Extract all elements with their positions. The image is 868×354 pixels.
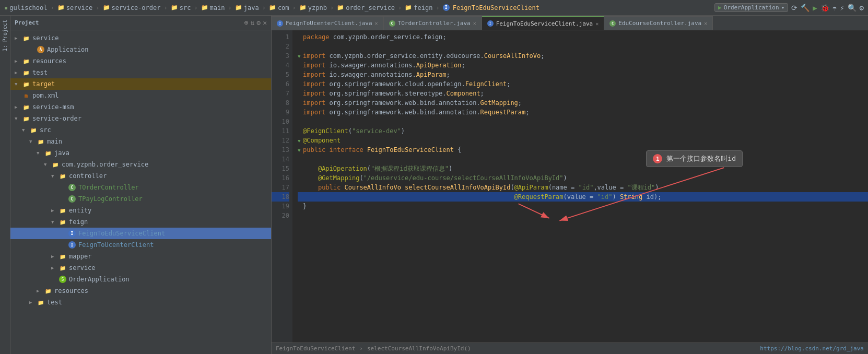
tree-item-target[interactable]: ▼ 📁 target	[10, 78, 271, 90]
code-line-3: ▼ import com.yzpnb.order_service.entity.…	[298, 51, 868, 61]
tree-item-java[interactable]: ▼ 📁 java	[10, 147, 271, 159]
breadcrumb-feign[interactable]: 📁 feign	[405, 4, 432, 11]
tree-item-orderapplication[interactable]: S OrderApplication	[10, 274, 271, 285]
arrow-main: ▼	[29, 139, 37, 144]
ln-10: 10	[272, 117, 289, 126]
main-layout: 1: Project Project ⊕ ⇅ ⚙ ✕ ▶ 📁 service	[0, 16, 868, 354]
tab-icon-1: I	[277, 20, 283, 27]
tree-item-service-pkg[interactable]: ▶ 📁 service	[10, 262, 271, 274]
tree-item-main[interactable]: ▼ 📁 main	[10, 136, 271, 147]
breadcrumb-main[interactable]: 📁 main	[201, 4, 225, 11]
tree-item-service[interactable]: ▶ 📁 service	[10, 32, 271, 44]
breadcrumb-com[interactable]: 📁 com	[269, 4, 289, 11]
code-editor[interactable]: package com.yzpnb.order_service.feign; ▼…	[292, 30, 868, 343]
build-icon[interactable]: 🔨	[801, 4, 810, 12]
breadcrumb-yzpnb[interactable]: 📁 yzpnb	[299, 4, 327, 11]
tab-close-4[interactable]: ✕	[704, 20, 707, 26]
arrow-service-order: ▼	[15, 116, 22, 121]
tree-item-feignucenter[interactable]: I FeignToUcenterClient	[10, 239, 271, 251]
profile-icon[interactable]: ⚡	[840, 4, 844, 12]
tree-item-service-msm[interactable]: ▶ 📁 service-msm	[10, 101, 271, 113]
folder-icon-4: 📁	[201, 4, 208, 11]
coverage-icon[interactable]: ☂	[832, 4, 837, 12]
tree-item-resources-top[interactable]: ▶ 📁 resources	[10, 55, 271, 67]
sidebar-header: Project ⊕ ⇅ ⚙ ✕	[10, 16, 271, 30]
code-line-13: ▼ public interface FeignToEduServiceClie…	[298, 145, 868, 155]
breadcrumb-project[interactable]: ▪ gulischool	[4, 4, 47, 11]
tree-item-mapper[interactable]: ▶ 📁 mapper	[10, 251, 271, 262]
status-bar: FeignToEduServiceClient › selectCourseAl…	[272, 343, 868, 354]
label-feign: feign	[69, 218, 88, 226]
run-config-arrow: ▾	[781, 4, 785, 11]
tab-close-3[interactable]: ✕	[595, 21, 599, 27]
icon-pom: m	[22, 91, 30, 100]
tab-label-4: EduCourseController.java	[618, 20, 701, 27]
folder-icon-5: 📁	[235, 4, 242, 11]
tree-item-entity[interactable]: ▶ 📁 entity	[10, 205, 271, 216]
tab-edu-course[interactable]: C EduCourseController.java ✕	[604, 16, 713, 30]
run-config[interactable]: ▶ OrderApplication ▾	[714, 3, 788, 12]
breadcrumb-src[interactable]: 📁 src	[171, 4, 191, 11]
project-sidebar: Project ⊕ ⇅ ⚙ ✕ ▶ 📁 service A Applicati	[10, 16, 272, 354]
folder-icon-service-pkg: 📁	[58, 264, 67, 272]
tree-item-src[interactable]: ▼ 📁 src	[10, 124, 271, 136]
search-icon[interactable]: 🔍	[848, 4, 857, 12]
label-resources-top: resources	[32, 57, 66, 65]
ln-1: 1	[272, 32, 289, 42]
debug-icon[interactable]: 🐞	[820, 4, 829, 12]
tab-label-2: TOrderController.java	[398, 20, 471, 27]
tree-item-feignedu[interactable]: I FeignToEduServiceClient	[10, 228, 271, 239]
collapse-icon[interactable]: ⇅	[251, 19, 255, 27]
sep4: ›	[194, 4, 197, 11]
tree-item-package[interactable]: ▼ 📁 com.yzpnb.order_service	[10, 159, 271, 170]
locate-icon[interactable]: ⊕	[244, 19, 249, 27]
project-panel-tab[interactable]: 1: Project	[0, 16, 10, 354]
ln-17: 17	[272, 183, 289, 192]
label-src: src	[40, 126, 51, 134]
refresh-icon[interactable]: ⟳	[791, 4, 797, 12]
status-method: selectCourseAllInfoVoApiById()	[367, 345, 471, 352]
bc-service-order: service-order	[112, 4, 161, 11]
arrow-feign: ▼	[51, 219, 58, 225]
tab-close-2[interactable]: ✕	[473, 20, 476, 26]
tree-item-resources-main[interactable]: ▶ 📁 resources	[10, 285, 271, 297]
code-line-16: @GetMapping("/eduservice/edu-course/sele…	[298, 173, 868, 183]
project-icon: ▪	[4, 4, 8, 11]
settings-icon[interactable]: ⚙	[860, 4, 864, 12]
breadcrumb-class[interactable]: I FeignToEduServiceClient	[443, 4, 539, 11]
bc-com: com	[278, 4, 289, 11]
run-icon[interactable]: ▶	[813, 4, 817, 12]
tree-item-controller[interactable]: ▼ 📁 controller	[10, 170, 271, 182]
breadcrumb-order-service[interactable]: 📁 order_service	[337, 4, 395, 11]
tree-item-application[interactable]: A Application	[10, 44, 271, 55]
close-icon[interactable]: ✕	[263, 19, 267, 27]
label-tordercontroller: TOrderController	[78, 184, 139, 191]
tree-item-feign[interactable]: ▼ 📁 feign	[10, 216, 271, 228]
tab-feign-edu[interactable]: I FeignToEduServiceClient.java ✕	[482, 16, 604, 30]
sep5: ›	[228, 4, 232, 11]
code-line-18: @RequestParam(value = "id") String id);	[298, 192, 868, 202]
breadcrumb-service-order[interactable]: 📁 service-order	[103, 4, 161, 11]
tab-close-1[interactable]: ✕	[375, 20, 378, 26]
tree-item-test-top[interactable]: ▶ 📁 test	[10, 67, 271, 78]
gear-icon[interactable]: ⚙	[256, 19, 261, 27]
code-line-5: import io.swagger.annotations.ApiParam;	[298, 70, 868, 79]
tree-item-tordercontroller[interactable]: C TOrderController	[10, 182, 271, 193]
toolbar-right: ▶ OrderApplication ▾ ⟳ 🔨 ▶ 🐞 ☂ ⚡ 🔍 ⚙	[714, 3, 864, 12]
tab-label-3: FeignToEduServiceClient.java	[496, 20, 593, 27]
tree-item-pom[interactable]: m pom.xml	[10, 90, 271, 101]
breadcrumb-service[interactable]: 📁 service	[57, 4, 93, 11]
arrow-test-top: ▶	[15, 70, 22, 75]
arrow-resources-main: ▶	[37, 288, 44, 293]
ln-19: 19	[272, 202, 289, 211]
tab-feign-ucenter[interactable]: I FeignToUcenterClient.java ✕	[272, 16, 384, 30]
code-line-9: import org.springframework.web.bind.anno…	[298, 108, 868, 117]
tab-torder[interactable]: C TOrderController.java ✕	[384, 16, 482, 30]
tree-item-test-src[interactable]: ▶ 📁 test	[10, 297, 271, 308]
breadcrumb-java[interactable]: 📁 java	[235, 4, 259, 11]
tree-item-service-order[interactable]: ▼ 📁 service-order	[10, 113, 271, 124]
arrow-target: ▼	[15, 81, 22, 87]
folder-icon-java: 📁	[44, 149, 52, 157]
ln-11: 11	[272, 126, 289, 136]
tree-item-tpaylogcontroller[interactable]: C TPayLogController	[10, 193, 271, 205]
